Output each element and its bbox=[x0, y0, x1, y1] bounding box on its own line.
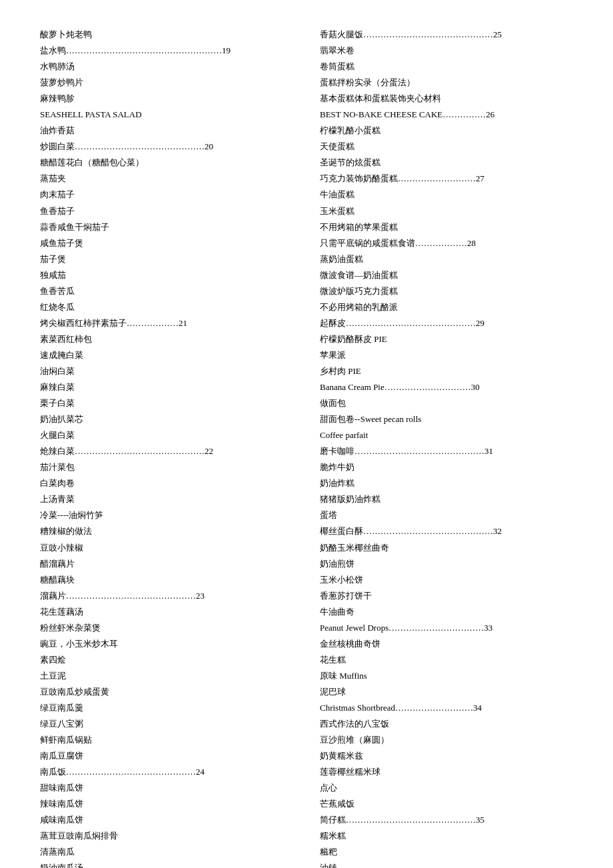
right-item-5: BEST NO-BAKE CHEESE CAKE……………26 bbox=[320, 107, 573, 123]
right-item-50: 糯米糕 bbox=[320, 828, 573, 844]
right-item-8: 圣诞节的炫蛋糕 bbox=[320, 155, 573, 171]
left-item-32: 豆豉小辣椒 bbox=[40, 540, 293, 556]
left-item-17: 红烧冬瓜 bbox=[40, 299, 293, 315]
right-item-42: Christmas Shortbread………………………34 bbox=[320, 700, 573, 716]
right-item-39: 花生糕 bbox=[320, 652, 573, 668]
right-item-51: 糍粑 bbox=[320, 844, 573, 860]
left-item-33: 醋溜藕片 bbox=[40, 556, 293, 572]
left-item-26: 炝辣白菜………………………………………22 bbox=[40, 443, 293, 459]
right-item-31: 椰丝蛋白酥………………………………………32 bbox=[320, 523, 573, 539]
right-item-40: 原味 Muffins bbox=[320, 668, 573, 684]
left-column: 酸萝卜炖老鸭盐水鸭………………………………………………19水鸭肺汤菠萝炒鸭片麻辣… bbox=[40, 27, 306, 868]
left-item-37: 粉丝虾米杂菜煲 bbox=[40, 620, 293, 636]
left-item-10: 肉末茄子 bbox=[40, 187, 293, 203]
left-item-31: 糟辣椒的做法 bbox=[40, 523, 293, 539]
left-item-11: 鱼香茄子 bbox=[40, 203, 293, 219]
left-item-41: 豆豉南瓜炒咸蛋黄 bbox=[40, 684, 293, 700]
right-item-34: 玉米小松饼 bbox=[320, 572, 573, 588]
left-item-42: 绿豆南瓜羹 bbox=[40, 700, 293, 716]
right-item-36: 牛油曲奇 bbox=[320, 604, 573, 620]
left-item-3: 菠萝炒鸭片 bbox=[40, 75, 293, 91]
left-item-0: 酸萝卜炖老鸭 bbox=[40, 27, 293, 43]
left-item-48: 辣味南瓜饼 bbox=[40, 796, 293, 812]
right-item-11: 玉米蛋糕 bbox=[320, 203, 573, 219]
left-item-25: 火腿白菜 bbox=[40, 427, 293, 443]
right-item-7: 天使蛋糕 bbox=[320, 139, 573, 155]
left-item-35: 溜藕片………………………………………23 bbox=[40, 588, 293, 604]
left-item-5: SEASHELL PASTA SALAD bbox=[40, 107, 293, 123]
right-item-49: 简仔糕………………………………………35 bbox=[320, 812, 573, 828]
right-item-15: 微波食谱—奶油蛋糕 bbox=[320, 267, 573, 283]
left-item-28: 白菜肉卷 bbox=[40, 475, 293, 491]
left-item-7: 炒圆白菜………………………………………20 bbox=[40, 139, 293, 155]
right-item-37: Peanut Jewel Drops……………………………33 bbox=[320, 620, 573, 636]
right-item-0: 香菇火腿饭………………………………………25 bbox=[320, 27, 573, 43]
left-item-43: 绿豆八宝粥 bbox=[40, 716, 293, 732]
left-item-34: 糖醋藕块 bbox=[40, 572, 293, 588]
right-item-28: 奶油炸糕 bbox=[320, 475, 573, 491]
left-item-24: 奶油扒菜芯 bbox=[40, 411, 293, 427]
left-item-38: 豌豆，小玉米炒木耳 bbox=[40, 636, 293, 652]
left-item-47: 甜味南瓜饼 bbox=[40, 780, 293, 796]
left-item-49: 咸味南瓜饼 bbox=[40, 812, 293, 828]
right-item-25: Coffee parfait bbox=[320, 427, 573, 443]
right-item-2: 卷筒蛋糕 bbox=[320, 59, 573, 75]
right-item-1: 翡翠米卷 bbox=[320, 43, 573, 59]
right-item-30: 蛋塔 bbox=[320, 507, 573, 523]
right-item-14: 蒸奶油蛋糕 bbox=[320, 251, 573, 267]
right-item-12: 不用烤箱的苹果蛋糕 bbox=[320, 219, 573, 235]
left-item-39: 素四烩 bbox=[40, 652, 293, 668]
left-item-23: 栗子白菜 bbox=[40, 395, 293, 411]
left-item-21: 油焖白菜 bbox=[40, 363, 293, 379]
right-item-19: 柠檬奶酪酥皮 PIE bbox=[320, 331, 573, 347]
right-item-44: 豆沙煎堆（麻圆） bbox=[320, 732, 573, 748]
right-item-48: 芒蕉咸饭 bbox=[320, 796, 573, 812]
left-item-6: 油炸香菇 bbox=[40, 123, 293, 139]
left-item-51: 清蒸南瓜 bbox=[40, 844, 293, 860]
right-item-29: 猪猪版奶油炸糕 bbox=[320, 491, 573, 507]
right-item-41: 泥巴球 bbox=[320, 684, 573, 700]
left-item-30: 冷菜----油焖竹笋 bbox=[40, 507, 293, 523]
right-item-35: 香葱苏打饼干 bbox=[320, 588, 573, 604]
left-item-44: 鲜虾南瓜锅贴 bbox=[40, 732, 293, 748]
left-item-9: 蒸茄夹 bbox=[40, 171, 293, 187]
right-item-23: 做面包 bbox=[320, 395, 573, 411]
left-item-20: 速成腌白菜 bbox=[40, 347, 293, 363]
right-item-27: 脆炸牛奶 bbox=[320, 459, 573, 475]
right-item-45: 奶黄糯米兹 bbox=[320, 748, 573, 764]
right-item-52: 油钱 bbox=[320, 860, 573, 868]
right-item-18: 起酥皮………………………………………29 bbox=[320, 315, 573, 331]
left-item-13: 咸鱼茄子煲 bbox=[40, 235, 293, 251]
left-item-12: 蒜香咸鱼干焖茄子 bbox=[40, 219, 293, 235]
right-item-4: 基本蛋糕体和蛋糕装饰夹心材料 bbox=[320, 91, 573, 107]
right-item-43: 西式作法的八宝饭 bbox=[320, 716, 573, 732]
left-item-15: 独咸茄 bbox=[40, 267, 293, 283]
right-item-32: 奶酪玉米椰丝曲奇 bbox=[320, 540, 573, 556]
left-item-52: 奶油南瓜汤 bbox=[40, 860, 293, 868]
right-item-46: 莲蓉椰丝糯米球 bbox=[320, 764, 573, 780]
left-item-4: 麻辣鸭胗 bbox=[40, 91, 293, 107]
right-item-22: Banana Cream Pie…………………………30 bbox=[320, 379, 573, 395]
right-column: 香菇火腿饭………………………………………25翡翠米卷卷筒蛋糕蛋糕拌粉实录（分蛋法… bbox=[306, 27, 573, 868]
left-item-16: 鱼香苦瓜 bbox=[40, 283, 293, 299]
right-item-17: 不必用烤箱的乳酪派 bbox=[320, 299, 573, 315]
right-item-33: 奶油煎饼 bbox=[320, 556, 573, 572]
left-item-46: 南瓜饭………………………………………24 bbox=[40, 764, 293, 780]
right-item-47: 点心 bbox=[320, 780, 573, 796]
right-item-20: 苹果派 bbox=[320, 347, 573, 363]
left-item-45: 南瓜豆腐饼 bbox=[40, 748, 293, 764]
right-item-13: 只需平底锅的咸蛋糕食谱………………28 bbox=[320, 235, 573, 251]
right-item-16: 微波炉版巧克力蛋糕 bbox=[320, 283, 573, 299]
left-item-50: 蒸茸豆豉南瓜焖排骨 bbox=[40, 828, 293, 844]
left-item-1: 盐水鸭………………………………………………19 bbox=[40, 43, 293, 59]
left-item-8: 糖醋莲花白（糖醋包心菜） bbox=[40, 155, 293, 171]
left-item-19: 素菜西红柿包 bbox=[40, 331, 293, 347]
right-item-10: 牛油蛋糕 bbox=[320, 187, 573, 203]
right-item-21: 乡村肉 PIE bbox=[320, 363, 573, 379]
right-item-24: 甜面包卷--Sweet pecan rolls bbox=[320, 411, 573, 427]
left-item-18: 烤尖椒西红柿拌素茄子………………21 bbox=[40, 315, 293, 331]
left-item-22: 麻辣白菜 bbox=[40, 379, 293, 395]
left-item-27: 茄汁菜包 bbox=[40, 459, 293, 475]
left-item-40: 土豆泥 bbox=[40, 668, 293, 684]
left-item-29: 上汤青菜 bbox=[40, 491, 293, 507]
